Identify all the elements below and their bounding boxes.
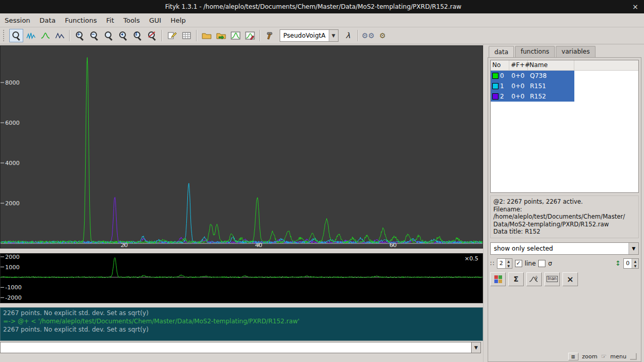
export-plot-button[interactable] [243, 29, 257, 42]
zoom-none-button[interactable] [145, 29, 159, 42]
run-script-button[interactable]: ⚙ [376, 29, 390, 42]
chevron-down-icon[interactable]: ▼ [329, 30, 338, 41]
gears-icon: ⚙⚙ [362, 32, 375, 39]
svg-text:2000: 2000 [5, 254, 20, 260]
menu-gui[interactable]: GUI [144, 14, 166, 27]
menu-fit[interactable]: Fit [102, 14, 119, 27]
main-plot-canvas[interactable]: 2000400060008000204060 [1, 46, 482, 248]
app-window: Fityk 1.3.1 - /home/aleplo/test/Document… [0, 0, 644, 362]
info-line: Data title: R152 [493, 228, 636, 236]
toolbar: + − ◂ ↕ [0, 27, 644, 44]
zoom-in-button[interactable]: + [73, 29, 87, 42]
plot-column: 2000400060008000204060 20001000-1000-200… [0, 44, 483, 362]
tab-data[interactable]: data [489, 46, 514, 57]
data-table-button[interactable] [180, 29, 194, 42]
define-function-button[interactable]: λ [341, 29, 355, 42]
toolbar-separator [162, 30, 163, 41]
tab-functions[interactable]: functions [515, 46, 555, 57]
data-point-mode-button[interactable] [24, 29, 38, 42]
double-peak-icon [55, 31, 65, 40]
lnan-icon: lnan [546, 276, 557, 282]
magnifier-plus-icon: + [75, 31, 85, 40]
svg-text:4000: 4000 [5, 160, 20, 167]
peak-type-combobox[interactable]: PseudoVoigtA ▼ [280, 29, 339, 42]
point-size-value: 2 [497, 259, 505, 268]
zoom-out-button[interactable]: − [87, 29, 101, 42]
delete-dataset-button[interactable]: × [562, 272, 578, 286]
zoom-previous-button[interactable]: ◂ [116, 29, 130, 42]
reopen-data-file-button[interactable] [214, 29, 228, 42]
edit-data-button[interactable] [165, 29, 179, 42]
line-checkbox[interactable]: ✓ [515, 260, 522, 267]
folder-arrow-icon [216, 32, 226, 40]
close-window-button[interactable]: × [626, 3, 644, 11]
display-controls-row: ∷ 2 ▲▼ ✓ line σ ↕ 0 ▲▼ [490, 258, 639, 269]
menu-session[interactable]: Session [0, 14, 35, 27]
command-input-row: ▼ [0, 342, 481, 353]
magnifier-updown-icon: ↕ [133, 31, 142, 40]
point-size-stepper[interactable]: 2 ▲▼ [497, 258, 512, 269]
menu-help[interactable]: Help [166, 14, 190, 27]
tab-variables[interactable]: variables [556, 46, 595, 57]
menu-functions[interactable]: Functions [60, 14, 102, 27]
add-function-tool-button[interactable] [53, 29, 67, 42]
info-line: Data/MoS2-templating/PXRD/R152.raw [493, 221, 636, 228]
open-data-file-button[interactable] [200, 29, 214, 42]
menu-data[interactable]: Data [35, 14, 60, 27]
green-peak-icon [41, 31, 50, 40]
console-line: =-> @+ < '/home/aleplo/test/Documents/Ch… [3, 317, 480, 325]
output-console[interactable]: 2267 points. No explicit std. dev. Set a… [0, 307, 483, 341]
shift-stepper[interactable]: 0 ▲▼ [623, 258, 639, 269]
table-row[interactable]: 0 0+0 Q738 [491, 71, 638, 81]
dataset-color-swatch [492, 83, 498, 89]
aux-plot-canvas[interactable]: 20001000-1000-2000×0.5 [1, 254, 482, 303]
toolbar-separator [69, 30, 70, 41]
zoom-select-tool-button[interactable] [9, 29, 23, 42]
dataset-table[interactable]: No #F+# Name 0 0+0 Q738 [490, 60, 639, 193]
dataset-info-panel: @2: 2267 points, 2267 active. Filename: … [490, 195, 639, 238]
show-filter-select[interactable]: show only selected ▼ [490, 242, 639, 255]
status-menu-label[interactable]: menu [610, 353, 626, 360]
magnifier-crossed-icon [148, 31, 157, 40]
sum-datasets-button[interactable]: Σ [508, 272, 524, 286]
execute-script-button[interactable]: ⚙⚙ [361, 29, 375, 42]
sigma-checkbox[interactable] [538, 260, 545, 267]
zoom-vertical-button[interactable]: ↕ [131, 29, 144, 42]
console-line: 2267 points. No explicit std. dev. Set a… [3, 325, 480, 334]
chevron-down-icon[interactable]: ▼ [629, 243, 638, 254]
log-transform-button[interactable]: lnan [544, 272, 560, 286]
table-row[interactable]: 2 0+0 R152 [491, 91, 638, 102]
transform-data-button[interactable]: ŷ [526, 272, 542, 286]
tools-button[interactable] [263, 29, 277, 42]
stepper-arrows-icon[interactable]: ▲▼ [632, 259, 638, 268]
status-mini-button[interactable]: ▥ [568, 353, 578, 360]
table-row[interactable]: 1 0+0 R151 [491, 81, 638, 91]
gear-run-icon: ⚙ [379, 32, 386, 39]
dataset-name: R152 [528, 93, 574, 100]
status-zoom-label[interactable]: zoom [582, 353, 598, 360]
hand-pointer-icon: ☞ [601, 353, 607, 360]
console-line: 2267 points. No explicit std. dev. Set a… [3, 309, 480, 317]
magnifier-minus-icon: − [90, 31, 99, 40]
svg-text:-2000: -2000 [5, 294, 22, 301]
save-plot-button[interactable] [229, 29, 243, 42]
plot-export-icon [245, 31, 255, 40]
auxiliary-plot[interactable]: 20001000-1000-2000×0.5 [0, 253, 483, 303]
table-grid-icon [182, 32, 191, 40]
resize-grip-icon[interactable] [630, 353, 637, 360]
vertical-splitter[interactable] [483, 44, 487, 362]
svg-text:6000: 6000 [5, 120, 20, 126]
column-header-no[interactable]: No [491, 60, 509, 70]
add-peak-tool-button[interactable] [38, 29, 52, 42]
zoom-all-button[interactable] [102, 29, 116, 42]
stepper-arrows-icon[interactable]: ▲▼ [505, 259, 512, 268]
main-plot[interactable]: 2000400060008000204060 [0, 45, 483, 249]
history-chevron-down-icon[interactable]: ▼ [472, 342, 481, 353]
dataset-colors-button[interactable] [490, 272, 506, 286]
column-header-name[interactable]: Name [528, 60, 574, 70]
dataset-table-header: No #F+# Name [491, 60, 638, 71]
dataset-number: 0 [500, 72, 509, 79]
command-input[interactable] [0, 342, 472, 353]
menu-tools[interactable]: Tools [119, 14, 144, 27]
column-header-fcount[interactable]: #F+# [509, 60, 528, 70]
